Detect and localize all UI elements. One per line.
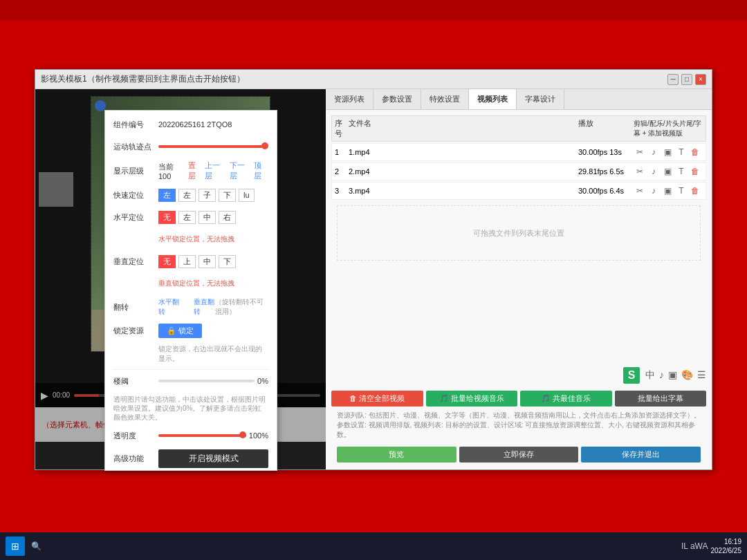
level-btn-next[interactable]: 下一层 <box>230 160 251 181</box>
flip-h-link[interactable]: 水平翻转 <box>158 297 180 317</box>
row3-speed: 30.00fps 6.4s <box>578 187 634 195</box>
bottom-actions: 🗑 清空全部视频 🎵 批量给视频音乐 🎵 共最佳音乐 批量给出字幕 资源列队: … <box>326 386 712 469</box>
h-pos-warning: 水平锁定位置，无法拖拽 <box>158 234 234 244</box>
hpos-center[interactable]: 中 <box>199 211 216 224</box>
vpos-none[interactable]: 无 <box>158 255 176 268</box>
bottom-desc: 资源列队: 包括图片、动漫、视频、文字等（图片、动漫、视频音频指南用以上，文件点… <box>331 409 706 441</box>
row2-scissors-icon[interactable]: ✂ <box>634 165 646 178</box>
logo-icon-1: 中 <box>645 369 655 382</box>
opacity-fill <box>158 434 246 437</box>
qpos-2[interactable]: 左 <box>178 189 196 202</box>
desc-text: 资源列队: 包括图片、动漫、视频、文字等（图片、动漫、视频音频指南用以上，文件点… <box>337 411 701 438</box>
quick-pos-label: 快速定位 <box>113 190 158 200</box>
vpos-bottom[interactable]: 下 <box>219 255 236 268</box>
tab-params[interactable]: 参数设置 <box>374 89 421 109</box>
search-button[interactable]: 🔍 <box>29 539 43 553</box>
tab-resource-list[interactable]: 资源列表 <box>326 89 374 109</box>
hpos-none[interactable]: 无 <box>158 211 176 224</box>
minimize-button[interactable]: ─ <box>667 74 679 85</box>
clear-all-button[interactable]: 🗑 清空全部视频 <box>331 391 423 407</box>
row1-scissors-icon[interactable]: ✂ <box>634 146 646 158</box>
row1-file: 1.mp4 <box>349 148 578 156</box>
advanced-button[interactable]: 开启视频模式 <box>158 449 268 468</box>
row2-music-icon[interactable]: ♪ <box>647 165 660 178</box>
batch-subtitle-button[interactable]: 批量给出字幕 <box>615 391 707 407</box>
qpos-1[interactable]: 左 <box>158 189 176 202</box>
tab-subtitle[interactable]: 字幕设计 <box>517 89 564 109</box>
motion-slider[interactable] <box>158 145 268 148</box>
best-music-button[interactable]: 🎵 共最佳音乐 <box>520 391 612 407</box>
tray-text: IL aWA <box>681 541 708 551</box>
row3-video-icon[interactable]: ▣ <box>661 185 674 197</box>
video-list-header: 序号 文件名 播放 剪辑/配乐/片头片尾/字幕 + 添加视频版 <box>331 115 706 142</box>
row1-video-icon[interactable]: ▣ <box>661 146 674 158</box>
logo-s: S <box>623 367 640 384</box>
title-bar-buttons: ─ □ × <box>667 74 706 85</box>
save-button[interactable]: 立即保存 <box>459 447 579 463</box>
vpos-top[interactable]: 上 <box>178 255 196 268</box>
row2-text-icon[interactable]: T <box>675 165 688 178</box>
level-links: 置层 上一层 下一层 顶层 <box>188 160 268 181</box>
table-row: 1 1.mp4 30.00fps 13s ✂ ♪ ▣ T 🗑 <box>331 143 706 161</box>
clock-date: 2022/6/25 <box>711 546 742 555</box>
hpos-right[interactable]: 右 <box>219 211 236 224</box>
drop-area-text: 可拖拽文件到列表末尾位置 <box>473 228 564 239</box>
table-row: 3 3.mp4 30.00fps 6.4s ✂ ♪ ▣ T 🗑 <box>331 182 706 200</box>
level-btn-prev[interactable]: 上一层 <box>205 160 226 181</box>
opacity-label: 透明度 <box>113 431 158 441</box>
opacity-row: 透明度 100% <box>113 427 268 444</box>
video-list-area: 序号 文件名 播放 剪辑/配乐/片头片尾/字幕 + 添加视频版 1 1.mp4 … <box>326 110 712 364</box>
clock-time: 16:19 <box>711 537 742 546</box>
row1-delete-icon[interactable]: 🗑 <box>689 146 701 158</box>
threshold-slider[interactable] <box>158 380 255 382</box>
row2-video-icon[interactable]: ▣ <box>661 165 674 178</box>
drop-area: 可拖拽文件到列表末尾位置 <box>337 205 701 261</box>
level-btn-current[interactable]: 置层 <box>188 160 203 181</box>
row2-delete-icon[interactable]: 🗑 <box>689 165 701 178</box>
logo-icon-5: ☰ <box>697 369 706 382</box>
threshold-label: 楼阈 <box>113 376 158 386</box>
lock-button[interactable]: 🔒 锁定 <box>158 324 202 338</box>
maximize-button[interactable]: □ <box>681 74 692 85</box>
component-dialog: 组件编号 20220625161 2TQO8 运动轨迹点 <box>104 110 277 471</box>
batch-music-button[interactable]: 🎵 批量给视频音乐 <box>426 391 518 407</box>
preview-button[interactable]: 预览 <box>337 447 456 463</box>
vpos-mid[interactable]: 中 <box>199 255 216 268</box>
row3-music-icon[interactable]: ♪ <box>647 185 660 197</box>
row2-actions: ✂ ♪ ▣ T 🗑 <box>634 165 703 178</box>
quick-pos-row: 快速定位 左 左 子 下 lu <box>113 187 268 203</box>
row3-scissors-icon[interactable]: ✂ <box>634 185 646 197</box>
v-pos-btns: 无 上 中 下 <box>158 255 236 268</box>
close-button[interactable]: × <box>695 74 706 85</box>
dialog-overlay: 组件编号 20220625161 2TQO8 运动轨迹点 <box>35 89 326 469</box>
flip-v-link[interactable]: 垂直翻转 <box>194 297 215 317</box>
motion-fill <box>158 145 263 148</box>
system-tray: IL aWA <box>681 541 708 551</box>
tab-effects[interactable]: 特效设置 <box>421 89 469 109</box>
row1-music-icon[interactable]: ♪ <box>647 146 660 158</box>
preview-row: 预览 立即保存 保存并退出 <box>331 444 706 465</box>
hpos-left[interactable]: 左 <box>178 211 196 224</box>
flip-label: 翻转 <box>113 302 158 312</box>
tab-bar: 资源列表 参数设置 特效设置 视频列表 字幕设计 <box>326 89 712 110</box>
advanced-row: 高级功能 开启视频模式 <box>113 449 268 468</box>
v-pos-warning-row: 垂直锁定位置，无法拖拽 <box>113 275 268 292</box>
tab-video-list[interactable]: 视频列表 <box>469 89 517 109</box>
start-button[interactable]: ⊞ <box>6 536 25 556</box>
row1-actions: ✂ ♪ ▣ T 🗑 <box>634 146 703 158</box>
qpos-5[interactable]: lu <box>239 189 255 202</box>
lock-label: 锁定资源 <box>113 326 158 336</box>
save-exit-button[interactable]: 保存并退出 <box>581 447 701 463</box>
logo-icon-2: ♪ <box>659 369 664 382</box>
lock-row: 锁定资源 🔒 锁定 <box>113 322 268 339</box>
row3-text-icon[interactable]: T <box>675 185 688 197</box>
row1-text-icon[interactable]: T <box>675 146 688 158</box>
opacity-slider[interactable] <box>158 434 246 437</box>
clock: 16:19 2022/6/25 <box>711 537 742 555</box>
qpos-4[interactable]: 下 <box>219 189 236 202</box>
qpos-3[interactable]: 子 <box>199 189 216 202</box>
level-btn-top[interactable]: 顶层 <box>254 160 268 181</box>
row3-delete-icon[interactable]: 🗑 <box>689 185 701 197</box>
v-pos-warning: 垂直锁定位置，无法拖拽 <box>158 279 234 288</box>
header-num: 序号 <box>335 118 349 139</box>
